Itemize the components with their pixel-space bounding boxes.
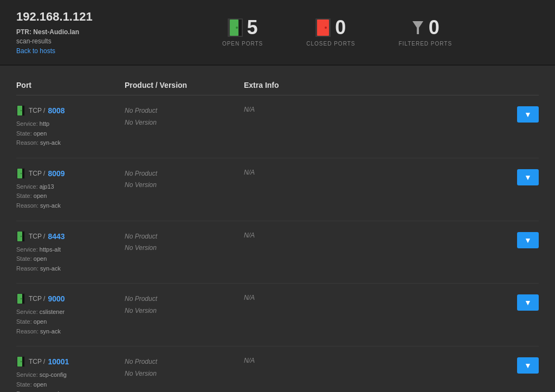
extra-info-1: N/A: [244, 168, 506, 176]
action-col-3: ▼: [506, 293, 539, 311]
port-protocol-4: TCP /: [29, 358, 45, 365]
port-door-icon-0: [16, 105, 25, 116]
svg-point-26: [21, 361, 22, 362]
closed-ports-stat: 0 CLOSED PORTS: [306, 18, 355, 47]
back-to-hosts-link[interactable]: Back to hosts: [16, 47, 55, 55]
port-number-0: 8008: [48, 106, 64, 115]
port-detail-4: Service: scp-config State: open Reason: …: [16, 370, 125, 392]
port-number-line-1: TCP / 8009: [16, 168, 125, 179]
port-number-line-3: TCP / 9000: [16, 293, 125, 304]
port-detail-3: Service: cslistener State: open Reason: …: [16, 307, 125, 336]
svg-rect-3: [238, 20, 242, 36]
table-row: TCP / 8443 Service: https-alt State: ope…: [16, 221, 539, 284]
closed-ports-count: 0: [335, 18, 346, 37]
col-header-extra: Extra Info: [244, 81, 506, 89]
service-label-1: Service:: [16, 183, 38, 190]
table-row: TCP / 9000 Service: cslistener State: op…: [16, 284, 539, 346]
port-info-0: TCP / 8008 Service: http State: open Rea…: [16, 105, 125, 148]
port-door-icon-3: [16, 293, 25, 304]
ptr-value: Nest-Audio.lan: [33, 28, 79, 36]
reason-label-3: Reason:: [16, 328, 38, 335]
reason-label-0: Reason:: [16, 139, 38, 146]
extra-text-2: N/A: [244, 232, 255, 239]
col-header-port: Port: [16, 81, 125, 89]
svg-rect-11: [22, 106, 24, 115]
product-text-1: No ProductNo Version: [125, 168, 244, 191]
product-info-0: No ProductNo Version: [125, 105, 244, 128]
port-rows-container: TCP / 8008 Service: http State: open Rea…: [16, 95, 539, 392]
reason-label-2: Reason:: [16, 265, 38, 272]
ptr-label: PTR:: [16, 28, 31, 36]
port-detail-2: Service: https-alt State: open Reason: s…: [16, 245, 125, 274]
port-protocol-0: TCP /: [29, 107, 45, 114]
svg-point-6: [325, 27, 327, 29]
product-text-3: No ProductNo Version: [125, 293, 244, 317]
svg-point-10: [21, 110, 22, 111]
dropdown-button-2[interactable]: ▼: [517, 232, 539, 248]
table-row: TCP / 8009 Service: ajp13 State: open Re…: [16, 158, 539, 221]
extra-text-3: N/A: [244, 294, 255, 301]
state-label-0: State:: [16, 130, 32, 137]
header-stats: 5 OPEN PORTS 0 CLOSED PORTS: [135, 18, 539, 47]
port-protocol-1: TCP /: [29, 170, 45, 177]
closed-ports-label: CLOSED PORTS: [306, 41, 355, 47]
svg-point-22: [21, 298, 22, 299]
open-ports-count: 5: [247, 18, 258, 37]
open-ports-label: OPEN PORTS: [222, 41, 263, 47]
port-protocol-3: TCP /: [29, 295, 45, 303]
filtered-ports-top: 0: [411, 18, 440, 37]
extra-text-0: N/A: [244, 106, 255, 113]
port-info-4: TCP / 10001 Service: scp-config State: o…: [16, 356, 125, 392]
extra-info-0: N/A: [244, 105, 506, 113]
extra-text-4: N/A: [244, 357, 255, 364]
filtered-ports-count: 0: [429, 18, 440, 37]
reason-label-1: Reason:: [16, 202, 38, 209]
filtered-ports-stat: 0 FILTERED PORTS: [398, 18, 452, 47]
scan-results-label: scan-results: [16, 37, 135, 45]
port-number-line-2: TCP / 8443: [16, 231, 125, 242]
svg-rect-5: [317, 20, 329, 36]
port-door-icon-2: [16, 231, 25, 242]
table-row: TCP / 10001 Service: scp-config State: o…: [16, 346, 539, 392]
dropdown-button-0[interactable]: ▼: [517, 106, 539, 123]
service-label-2: Service:: [16, 246, 38, 253]
svg-rect-15: [22, 169, 24, 178]
svg-rect-19: [22, 232, 24, 241]
port-number-4: 10001: [48, 357, 69, 366]
port-door-icon-4: [16, 356, 25, 367]
port-info-3: TCP / 9000 Service: cslistener State: op…: [16, 293, 125, 336]
extra-info-2: N/A: [244, 231, 506, 239]
product-info-4: No ProductNo Version: [125, 356, 244, 380]
filtered-ports-label: FILTERED PORTS: [398, 41, 452, 47]
port-detail-0: Service: http State: open Reason: syn-ac…: [16, 119, 125, 148]
col-header-product: Product / Version: [125, 81, 244, 89]
product-info-2: No ProductNo Version: [125, 231, 244, 254]
closed-port-icon: [315, 18, 331, 37]
port-protocol-2: TCP /: [29, 233, 45, 240]
extra-info-3: N/A: [244, 293, 506, 301]
dropdown-button-4[interactable]: ▼: [517, 357, 539, 374]
dropdown-button-3[interactable]: ▼: [517, 294, 539, 311]
port-info-1: TCP / 8009 Service: ajp13 State: open Re…: [16, 168, 125, 211]
svg-rect-23: [22, 294, 24, 304]
port-number-2: 8443: [48, 232, 64, 241]
action-col-1: ▼: [506, 168, 539, 185]
open-ports-top: 5: [228, 18, 258, 37]
table-header: Port Product / Version Extra Info: [16, 76, 539, 95]
svg-point-2: [236, 27, 238, 29]
host-ip: 192.168.1.121: [16, 10, 135, 24]
action-col-2: ▼: [506, 231, 539, 248]
main-content: Port Product / Version Extra Info TCP / …: [0, 66, 555, 392]
port-number-3: 9000: [48, 294, 64, 303]
svg-rect-27: [22, 357, 24, 367]
header-left: 192.168.1.121 PTR: Nest-Audio.lan scan-r…: [16, 10, 135, 55]
filtered-port-icon: [411, 20, 424, 35]
ptr-record: PTR: Nest-Audio.lan: [16, 28, 135, 36]
closed-ports-top: 0: [315, 18, 346, 37]
port-number-line-4: TCP / 10001: [16, 356, 125, 367]
service-label-0: Service:: [16, 120, 38, 127]
port-door-icon-1: [16, 168, 25, 179]
dropdown-button-1[interactable]: ▼: [517, 169, 539, 185]
svg-marker-7: [412, 21, 423, 34]
action-col-4: ▼: [506, 356, 539, 374]
